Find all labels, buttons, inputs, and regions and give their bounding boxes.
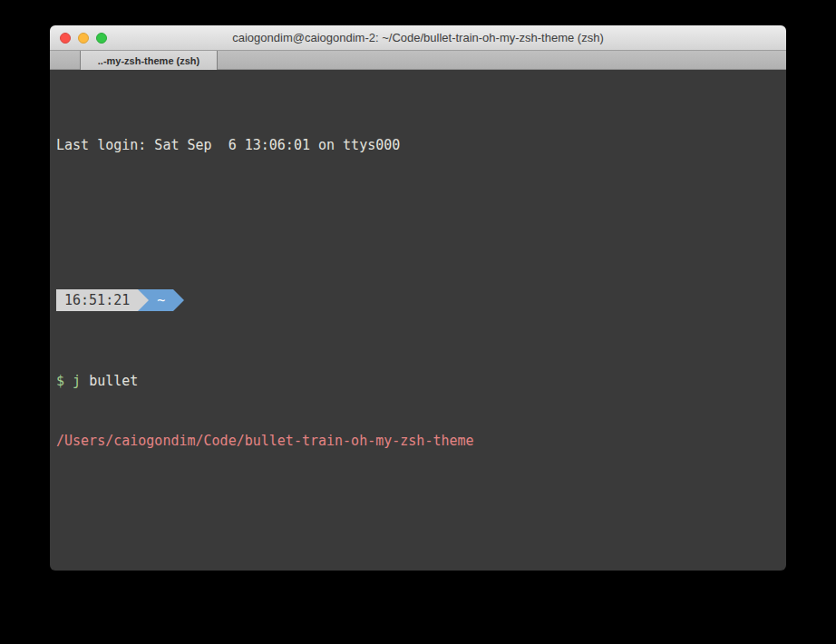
command-line: $ j bullet <box>56 371 780 391</box>
prompt-time-segment: 16:51:21 <box>56 289 138 311</box>
zoom-button[interactable] <box>96 33 107 44</box>
command-arg: bullet <box>89 373 138 389</box>
window-titlebar[interactable]: caiogondim@caiogondim-2: ~/Code/bullet-t… <box>50 25 786 51</box>
blank-line <box>56 491 780 505</box>
blank-line <box>56 195 780 210</box>
powerline-arrow-icon <box>138 289 149 311</box>
tab-terminal[interactable]: ..-my-zsh-theme (zsh) <box>80 51 218 70</box>
last-login-line: Last login: Sat Sep 6 13:06:01 on ttys00… <box>56 135 780 155</box>
prompt-bar: 16:51:21 ~ <box>56 289 780 311</box>
window-title: caiogondim@caiogondim-2: ~/Code/bullet-t… <box>232 31 604 44</box>
prompt-path-segment: ~ <box>149 289 173 311</box>
command-name: j <box>73 373 89 389</box>
prompt-dollar: $ <box>56 373 73 389</box>
close-button[interactable] <box>60 33 71 44</box>
tab-bar: ..-my-zsh-theme (zsh) <box>50 51 786 70</box>
tab-label: ..-my-zsh-theme (zsh) <box>98 55 199 66</box>
powerline-arrow-icon <box>173 289 184 311</box>
traffic-lights <box>60 25 107 50</box>
command-output: /Users/caiogondim/Code/bullet-train-oh-m… <box>56 431 780 451</box>
terminal-screen[interactable]: Last login: Sat Sep 6 13:06:01 on ttys00… <box>50 71 786 571</box>
terminal-window: caiogondim@caiogondim-2: ~/Code/bullet-t… <box>50 25 786 571</box>
minimize-button[interactable] <box>78 33 89 44</box>
